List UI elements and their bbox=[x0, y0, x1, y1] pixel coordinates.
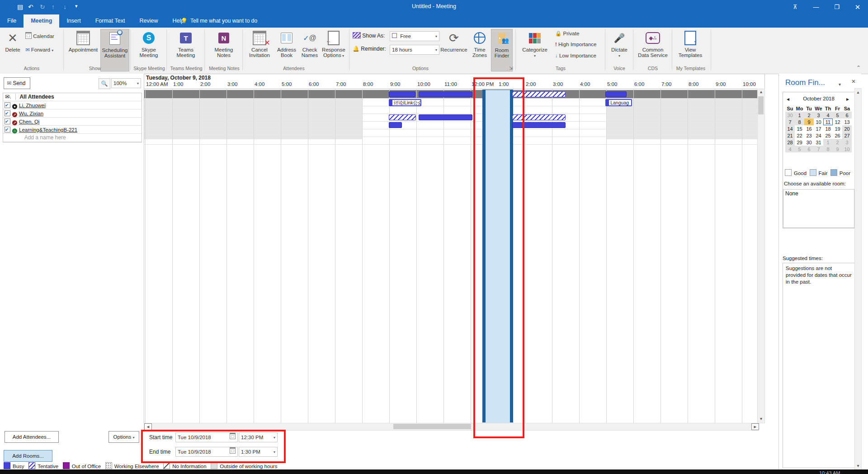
meeting-notes-button[interactable]: N MeetingNotes bbox=[208, 29, 240, 58]
calendar-day[interactable]: 19 bbox=[833, 125, 842, 132]
attendee-row[interactable]: ⌂Learning&TeachingB-221 bbox=[3, 126, 142, 134]
appointment-button[interactable]: Appointment bbox=[67, 29, 99, 52]
tab-meeting[interactable]: Meeting bbox=[24, 14, 59, 28]
scheduling-assistant-button[interactable]: 🕐 SchedulingAssistant bbox=[100, 29, 129, 71]
panel-scroll-down-icon[interactable]: ▾ bbox=[855, 463, 861, 468]
calendar-next-icon[interactable]: ▸ bbox=[846, 96, 849, 102]
panel-dropdown-icon[interactable]: ▾ bbox=[839, 82, 841, 87]
calendar-day[interactable]: 13 bbox=[842, 118, 852, 125]
calendar-day[interactable]: 1 bbox=[823, 139, 833, 146]
zoom-search-icon[interactable]: 🔍 bbox=[99, 78, 110, 89]
calendar-day[interactable]: 9 bbox=[804, 118, 814, 125]
attendee-name[interactable]: Learning&TeachingB-221 bbox=[19, 127, 77, 133]
low-importance-button[interactable]: ↓ Low Importance bbox=[555, 53, 596, 58]
delete-button[interactable]: ✕ Delete bbox=[3, 29, 23, 52]
tab-insert[interactable]: Insert bbox=[59, 14, 88, 28]
calendar-day[interactable]: 3 bbox=[814, 112, 823, 118]
panel-scroll-up-icon[interactable]: ▴ bbox=[855, 90, 861, 95]
add-name-placeholder[interactable]: Add a name here bbox=[24, 134, 66, 141]
calendar-day[interactable]: 4 bbox=[785, 146, 795, 152]
calendar-day[interactable]: 10 bbox=[814, 118, 823, 125]
calendar-day[interactable]: 31 bbox=[814, 139, 823, 146]
restore-icon[interactable]: ❐ bbox=[826, 0, 847, 14]
calendar-day[interactable]: 9 bbox=[833, 146, 842, 152]
recurrence-button[interactable]: ⟳ Recurrence bbox=[439, 29, 468, 52]
calendar-day[interactable]: 21 bbox=[785, 132, 795, 139]
high-importance-button[interactable]: ! High Importance bbox=[555, 42, 596, 47]
calendar-day[interactable]: 20 bbox=[842, 125, 852, 132]
calendar-day[interactable]: 7 bbox=[785, 118, 795, 125]
calendar-day[interactable]: 6 bbox=[842, 112, 852, 118]
teams-meeting-button[interactable]: T TeamsMeeting bbox=[170, 29, 202, 58]
attendee-row[interactable]: ➚Chen, Qi bbox=[3, 118, 142, 126]
calendar-day[interactable]: 16 bbox=[804, 125, 814, 132]
collapse-ribbon-icon[interactable]: ⌃ bbox=[856, 65, 861, 71]
room-list[interactable]: None bbox=[783, 189, 854, 228]
calendar-day[interactable]: 23 bbox=[804, 132, 814, 139]
attendee-row[interactable]: ●Li, Zhuowei bbox=[3, 101, 142, 109]
attendee-name[interactable]: Chen, Qi bbox=[19, 119, 39, 124]
show-as-select[interactable]: Free▾ bbox=[390, 31, 439, 41]
scroll-up-icon[interactable]: ▴ bbox=[758, 89, 764, 96]
time-zones-button[interactable]: TimeZones bbox=[470, 29, 489, 58]
calendar-day[interactable]: 17 bbox=[814, 125, 823, 132]
calendar-day[interactable]: 28 bbox=[785, 139, 795, 146]
calendar-day[interactable]: 24 bbox=[814, 132, 823, 139]
calendar-day[interactable]: 2 bbox=[833, 139, 842, 146]
add-attendee-row[interactable]: Add a name here bbox=[3, 134, 142, 142]
calendar-day[interactable]: 29 bbox=[795, 139, 804, 146]
response-options-button[interactable]: ← ResponseOptions ▾ bbox=[321, 29, 346, 58]
calendar-day[interactable]: 3 bbox=[842, 139, 852, 146]
add-rooms-button[interactable]: Add Rooms... bbox=[4, 450, 52, 462]
calendar-day[interactable]: 7 bbox=[814, 146, 823, 152]
attendee-row[interactable]: ➚Wu, Zixian bbox=[3, 109, 142, 118]
scroll-down-icon[interactable]: ▾ bbox=[758, 416, 764, 423]
view-templates-button[interactable]: ⚡ ViewTemplates bbox=[675, 29, 706, 58]
date-picker[interactable]: SuMoTuWeThFrSa 3012345678910111213141516… bbox=[785, 105, 852, 152]
v-scroll-thumb[interactable] bbox=[758, 96, 764, 114]
calendar-day[interactable]: 1 bbox=[795, 112, 804, 118]
attendee-checkbox[interactable] bbox=[5, 127, 10, 133]
scroll-right-icon[interactable]: ▸ bbox=[751, 423, 759, 430]
calendar-day[interactable]: 8 bbox=[795, 118, 804, 125]
ribbon-display-options-icon[interactable]: ⊼ bbox=[785, 0, 806, 14]
calendar-day[interactable]: 5 bbox=[833, 112, 842, 118]
common-data-service-button[interactable]: ◆∴ CommonData Service bbox=[636, 29, 670, 58]
add-attendees-button[interactable]: Add Attendees... bbox=[5, 431, 59, 443]
calendar-day[interactable]: 8 bbox=[823, 146, 833, 152]
calendar-day[interactable]: 27 bbox=[842, 132, 852, 139]
calendar-button[interactable]: Calendar bbox=[25, 32, 54, 39]
attendee-checkbox[interactable] bbox=[5, 118, 10, 124]
attendee-name[interactable]: Li, Zhuowei bbox=[19, 103, 46, 108]
free-busy-grid[interactable]: 讨论iLink公众Languag bbox=[144, 89, 765, 423]
attendee-checkbox[interactable] bbox=[5, 102, 10, 108]
minimize-icon[interactable]: — bbox=[806, 0, 826, 14]
tellme-box[interactable]: 💡Tell me what you want to do bbox=[181, 14, 257, 28]
private-button[interactable]: 🔒 Private bbox=[555, 30, 579, 37]
close-icon[interactable]: ✕ bbox=[847, 0, 868, 14]
calendar-day[interactable]: 30 bbox=[785, 112, 795, 118]
attendee-name[interactable]: Wu, Zixian bbox=[19, 111, 43, 116]
calendar-day[interactable]: 30 bbox=[804, 139, 814, 146]
calendar-day[interactable]: 10 bbox=[842, 146, 852, 152]
calendar-day[interactable]: 5 bbox=[795, 146, 804, 152]
send-button[interactable]: ✉ Send bbox=[4, 77, 30, 89]
zoom-level-select[interactable]: 100%▾ bbox=[111, 78, 141, 88]
calendar-day[interactable]: 18 bbox=[823, 125, 833, 132]
forward-button[interactable]: ✉ Forward ▾ bbox=[25, 47, 53, 53]
tab-format-text[interactable]: Format Text bbox=[88, 14, 132, 28]
calendar-day[interactable]: 6 bbox=[804, 146, 814, 152]
calendar-day[interactable]: 26 bbox=[833, 132, 842, 139]
calendar-day[interactable]: 11 bbox=[823, 118, 833, 125]
skype-meeting-button[interactable]: S SkypeMeeting bbox=[134, 29, 164, 58]
calendar-day[interactable]: 14 bbox=[785, 125, 795, 132]
calendar-day[interactable]: 2 bbox=[804, 112, 814, 118]
address-book-button[interactable]: AddressBook bbox=[275, 29, 298, 58]
calendar-day[interactable]: 25 bbox=[823, 132, 833, 139]
reminder-select[interactable]: 18 hours▾ bbox=[390, 45, 439, 55]
calendar-day[interactable]: 12 bbox=[833, 118, 842, 125]
check-names-button[interactable]: ✓@ CheckNames bbox=[299, 29, 320, 58]
calendar-day[interactable]: 4 bbox=[823, 112, 833, 118]
attendee-checkbox[interactable] bbox=[5, 110, 10, 116]
dictate-button[interactable]: 🎤 Dictate▾ bbox=[608, 29, 631, 58]
